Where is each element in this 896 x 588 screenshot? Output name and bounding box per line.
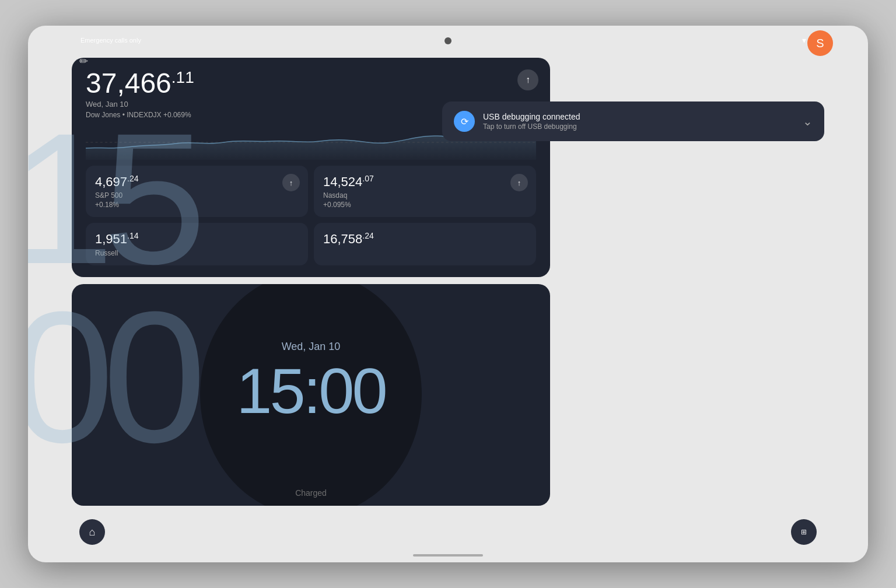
sp500-value: 4,697.24: [95, 174, 299, 190]
stock-card-russell: 1,951.14 Russell: [86, 223, 308, 265]
status-bar: Emergency calls only ▾ ▮: [28, 32, 868, 49]
home-icon: ⌂: [89, 526, 96, 538]
tablet-frame: Emergency calls only ▾ ▮ S ✏ 37,466.11 W…: [28, 26, 868, 562]
notif-title: USB debugging connected: [483, 112, 794, 121]
notif-chevron-icon[interactable]: ⌄: [803, 114, 813, 128]
stock-card-4: 16,758.24: [314, 223, 536, 265]
notif-subtitle: Tap to turn off USB debugging: [483, 123, 794, 131]
emergency-text: Emergency calls only: [80, 37, 141, 44]
user-avatar[interactable]: S: [807, 30, 833, 56]
notif-usb-icon: ⟳: [454, 111, 475, 132]
sp500-change: +0.18%: [95, 201, 299, 209]
nasdaq-change: +0.095%: [323, 201, 527, 209]
clock-time: 15:00: [236, 359, 385, 423]
clock-date: Wed, Jan 10: [282, 341, 341, 353]
stock-up-button[interactable]: ↑: [517, 69, 538, 90]
nasdaq-up-button[interactable]: ↑: [510, 174, 528, 191]
qr-icon: ⊞: [801, 528, 807, 536]
bottom-indicator: [413, 554, 483, 556]
russell-value: 1,951.14: [95, 231, 299, 247]
stock-card-sp500: 4,697.24 S&P 500 +0.18% ↑: [86, 166, 308, 217]
notif-content: USB debugging connected Tap to turn off …: [483, 112, 794, 131]
clock-inner: Wed, Jan 10 15:00: [72, 284, 550, 480]
sp500-name: S&P 500: [95, 191, 299, 200]
card4-value: 16,758.24: [323, 231, 527, 247]
russell-name: Russell: [95, 249, 299, 257]
edit-pencil-icon[interactable]: ✏: [79, 55, 88, 68]
clock-widget: Wed, Jan 10 15:00 Charged: [72, 284, 550, 506]
stock-grid: 4,697.24 S&P 500 +0.18% ↑ 14,524.07 Nasd…: [86, 166, 536, 265]
home-button[interactable]: ⌂: [79, 519, 105, 545]
nasdaq-name: Nasdaq: [323, 191, 527, 200]
wifi-icon: ▾: [802, 36, 806, 45]
notification-usb[interactable]: ⟳ USB debugging connected Tap to turn of…: [442, 102, 824, 141]
stock-widget: 37,466.11 Wed, Jan 10 Dow Jones • INDEXD…: [72, 58, 550, 277]
qr-button[interactable]: ⊞: [791, 519, 817, 545]
nasdaq-value: 14,524.07: [323, 174, 527, 190]
stock-main-value: 37,466.11: [86, 69, 536, 97]
sp500-up-button[interactable]: ↑: [282, 174, 300, 191]
stock-card-nasdaq: 14,524.07 Nasdaq +0.095% ↑: [314, 166, 536, 217]
